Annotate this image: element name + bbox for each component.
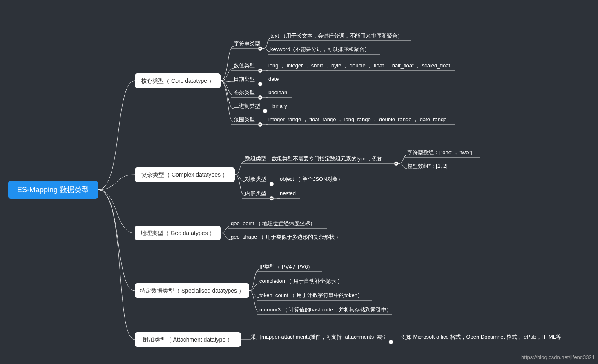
complex-array-string: 字符型数组：["one"，"two"] <box>407 149 472 155</box>
attachment-plugin-node[interactable]: 采用mapper-attachments插件，可支持_attachments_索… <box>248 334 393 344</box>
core-numeric-value-node[interactable]: long ， integer ， short ， byte ， double ，… <box>266 62 455 71</box>
geo-point-node[interactable]: geo_point （ 地理位置经纬度坐标） <box>228 220 327 229</box>
core-date-value-node[interactable]: date <box>266 76 284 84</box>
core-string-text: text （用于长文本，会进行分词，不能用来排序和聚合） <box>270 33 403 39</box>
spec-token-count: token_count （ 用于计数字符串中的token） <box>259 292 363 298</box>
attachment-example-node[interactable]: 例如 Microsoft office 格式，Open Documnet 格式，… <box>398 334 572 342</box>
core-binary-label: 二进制类型 <box>234 103 260 109</box>
complex-object-label: 对象类型 <box>245 176 266 182</box>
core-binary[interactable]: 二进制类型 <box>231 103 267 113</box>
geo-point: geo_point （ 地理位置经纬度坐标） <box>231 220 315 226</box>
branch-specialised-label: 特定数据类型（ Specialised datatypes ） <box>140 287 244 294</box>
core-numeric[interactable]: 数值类型 <box>231 62 262 73</box>
core-string-keyword-node[interactable]: keyword（不需要分词，可以排序和聚合） <box>268 46 380 54</box>
core-date[interactable]: 日期类型 <box>231 76 262 86</box>
core-range[interactable]: 范围类型 <box>231 116 262 127</box>
branch-core-label: 核心类型（ Core datatype ） <box>141 78 214 84</box>
core-string-label: 字符串类型 <box>234 40 260 47</box>
branch-attachment-label: 附加类型（ Attachment datatype ） <box>143 336 233 343</box>
core-binary-value-node[interactable]: binary <box>270 103 292 111</box>
spec-token-count-node[interactable]: token_count （ 用于计数字符串中的token） <box>257 292 372 300</box>
spec-completion-node[interactable]: completion （ 用于自动补全提示 ） <box>257 278 355 286</box>
geo-shape-node[interactable]: geo_shape （ 用于类似于多边形的复杂形状 ） <box>228 234 343 242</box>
attachment-example: 例如 Microsoft office 格式，Open Documnet 格式，… <box>401 334 561 340</box>
spec-murmur3: murmur3 （ 计算值的hashcode，并将其存储到索引中） <box>259 306 392 313</box>
root-label: ES-Mapping 数据类型 <box>17 186 89 194</box>
core-date-value: date <box>268 76 279 82</box>
branch-attachment[interactable]: 附加类型（ Attachment datatype ） <box>135 332 241 347</box>
complex-array-int: 整型数组*：[1, 2] <box>407 163 448 169</box>
complex-object[interactable]: 对象类型 <box>242 176 274 186</box>
core-boolean[interactable]: 布尔类型 <box>231 89 262 100</box>
complex-array-string-node[interactable]: 字符型数组：["one"，"two"] <box>404 149 480 158</box>
root-node[interactable]: ES-Mapping 数据类型 <box>8 181 98 199</box>
branch-complex-label: 复杂类型（ Complex datatypes ） <box>141 171 228 178</box>
core-range-label: 范围类型 <box>234 116 255 122</box>
complex-nested-value: nested <box>280 190 296 196</box>
core-date-label: 日期类型 <box>234 76 255 82</box>
complex-nested-value-node[interactable]: nested <box>277 190 300 198</box>
spec-ip-node[interactable]: IP类型（IPV4 / IPV6） <box>257 264 322 272</box>
core-binary-value: binary <box>272 103 287 109</box>
core-numeric-label: 数值类型 <box>234 62 255 69</box>
core-string-keyword: keyword（不需要分词，可以排序和聚合） <box>270 46 370 52</box>
complex-object-value-node[interactable]: object （ 单个JSON对象） <box>277 176 355 184</box>
complex-nested-label: 内嵌类型 <box>245 190 266 196</box>
core-range-value-node[interactable]: integer_range ， float_range ， long_range… <box>266 116 455 124</box>
branch-geo-label: 地理类型（ Geo datatypes ） <box>140 230 215 236</box>
core-boolean-label: 布尔类型 <box>234 89 255 95</box>
branch-complex[interactable]: 复杂类型（ Complex datatypes ） <box>135 167 235 182</box>
spec-murmur3-node[interactable]: murmur3 （ 计算值的hashcode，并将其存储到索引中） <box>257 306 392 315</box>
complex-array[interactable]: 数组类型，数组类型不需要专门指定数组元素的type，例如： <box>242 155 398 166</box>
attachment-plugin: 采用mapper-attachments插件，可支持_attachments_索… <box>251 334 388 340</box>
watermark: https://blog.csdn.net/jifeng3321 <box>521 354 595 360</box>
complex-object-value: object （ 单个JSON对象） <box>280 176 343 182</box>
branch-geo[interactable]: 地理类型（ Geo datatypes ） <box>135 226 221 240</box>
spec-completion: completion （ 用于自动补全提示 ） <box>259 278 343 284</box>
branch-core[interactable]: 核心类型（ Core datatype ） <box>135 73 221 88</box>
core-boolean-value: boolean <box>268 89 287 95</box>
core-range-value: integer_range ， float_range ， long_range… <box>268 116 447 122</box>
complex-array-label: 数组类型，数组类型不需要专门指定数组元素的type，例如： <box>245 155 388 162</box>
core-boolean-value-node[interactable]: boolean <box>266 89 292 98</box>
core-numeric-value: long ， integer ， short ， byte ， double ，… <box>268 62 451 69</box>
core-string-text-node[interactable]: text （用于长文本，会进行分词，不能用来排序和聚合） <box>268 33 411 41</box>
geo-shape: geo_shape （ 用于类似于多边形的复杂形状 ） <box>231 234 341 240</box>
complex-array-int-node[interactable]: 整型数组*：[1, 2] <box>404 163 457 171</box>
branch-specialised[interactable]: 特定数据类型（ Specialised datatypes ） <box>135 283 249 298</box>
complex-nested[interactable]: 内嵌类型 <box>242 190 274 200</box>
spec-ip: IP类型（IPV4 / IPV6） <box>259 264 313 270</box>
core-string[interactable]: 字符串类型 <box>231 40 262 51</box>
